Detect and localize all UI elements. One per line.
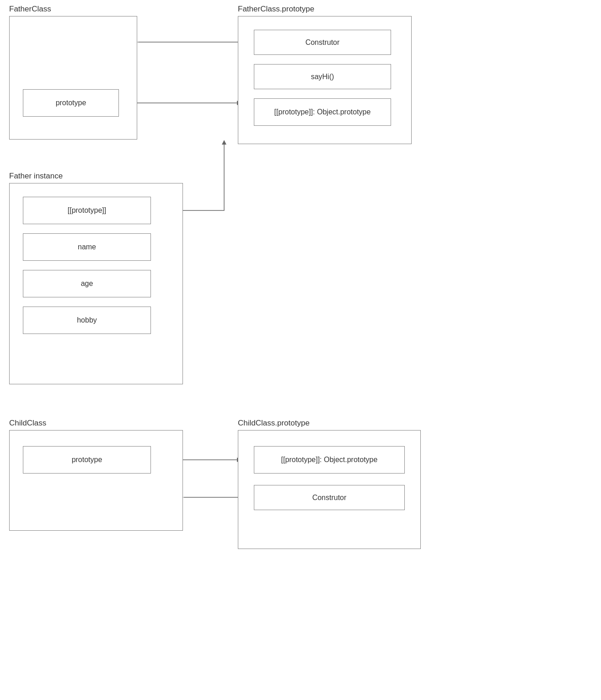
father-class-label: FatherClass: [9, 5, 51, 14]
child-class-outer-box: [9, 430, 183, 531]
child-class-prototype-box: prototype: [23, 446, 151, 474]
father-class-prototype-constructor-box: Construtor: [254, 30, 391, 55]
child-class-label: ChildClass: [9, 419, 46, 428]
svg-marker-5: [222, 140, 226, 145]
father-instance-name-box: name: [23, 233, 151, 261]
diagram-container: FatherClass prototype FatherClass.protot…: [0, 0, 601, 700]
father-class-prototype-label: FatherClass.prototype: [238, 5, 314, 14]
father-class-prototype-proto-box: [[prototype]]: Object.prototype: [254, 98, 391, 126]
father-instance-hobby-box: hobby: [23, 307, 151, 334]
father-class-prototype-box: prototype: [23, 89, 119, 117]
father-class-prototype-sayhi-box: sayHi(): [254, 64, 391, 89]
father-class-outer-box: [9, 16, 137, 140]
child-class-prototype-constructor-box: Construtor: [254, 485, 405, 510]
father-instance-prototype-box: [[prototype]]: [23, 197, 151, 224]
child-class-prototype-proto-box: [[prototype]]: Object.prototype: [254, 446, 405, 474]
father-instance-label: Father instance: [9, 172, 63, 181]
father-instance-age-box: age: [23, 270, 151, 297]
child-class-prototype-label: ChildClass.prototype: [238, 419, 310, 428]
